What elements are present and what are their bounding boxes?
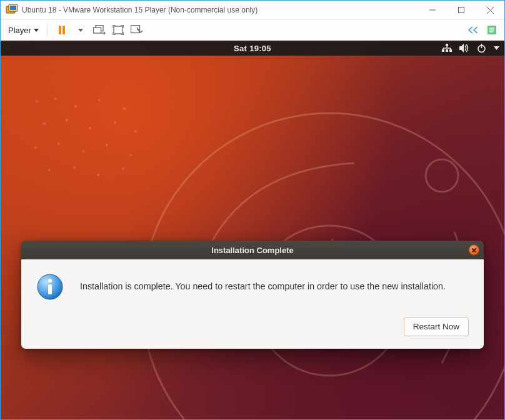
fullscreen-icon	[112, 25, 124, 35]
svg-rect-12	[93, 28, 101, 33]
svg-point-28	[114, 121, 116, 124]
unity-mode-button[interactable]	[128, 21, 146, 39]
svg-point-22	[74, 105, 77, 108]
svg-marker-62	[459, 44, 464, 52]
svg-rect-55	[442, 49, 444, 52]
svg-point-31	[58, 142, 60, 145]
svg-point-53	[426, 159, 458, 192]
toolbar-separator	[48, 23, 48, 37]
shrink-icon	[468, 27, 478, 33]
svg-point-20	[36, 100, 38, 102]
svg-point-67	[48, 279, 52, 282]
pause-vm-button[interactable]	[53, 21, 71, 39]
svg-point-35	[48, 169, 51, 171]
chevron-down-icon	[78, 29, 83, 32]
svg-rect-2	[10, 6, 16, 10]
svg-rect-4	[459, 8, 464, 13]
power-menu-button[interactable]	[72, 21, 89, 39]
player-menu[interactable]: Player	[4, 23, 42, 38]
host-toolbar: Player	[1, 19, 504, 41]
send-ctrl-alt-del-button[interactable]	[91, 21, 108, 39]
svg-point-30	[34, 146, 37, 149]
svg-point-26	[66, 119, 68, 121]
svg-marker-65	[494, 46, 499, 50]
unity-icon	[131, 25, 143, 35]
host-titlebar: Ubuntu 18 - VMware Workstation 15 Player…	[1, 1, 504, 19]
vmware-host-window: Ubuntu 18 - VMware Workstation 15 Player…	[0, 0, 505, 420]
svg-rect-9	[62, 26, 65, 34]
restart-now-button[interactable]: Restart Now	[404, 317, 469, 336]
volume-icon	[459, 44, 469, 52]
status-indicators[interactable]	[442, 41, 499, 56]
ubuntu-desktop: Sat 19:05	[1, 41, 504, 419]
svg-point-32	[82, 150, 84, 152]
svg-rect-57	[449, 49, 452, 52]
send-keys-icon	[93, 25, 106, 35]
power-icon	[477, 44, 486, 53]
chevron-down-icon	[34, 29, 39, 32]
svg-rect-8	[59, 26, 61, 34]
network-icon	[442, 44, 452, 52]
host-minimize-button[interactable]	[418, 1, 447, 19]
pause-icon	[57, 25, 67, 35]
svg-marker-7	[34, 29, 39, 32]
svg-rect-14	[114, 26, 122, 34]
svg-point-21	[54, 98, 57, 100]
host-window-title: Ubuntu 18 - VMware Workstation 15 Player…	[22, 6, 258, 14]
svg-point-23	[98, 99, 101, 101]
guest-viewport: Sat 19:05	[1, 41, 504, 419]
notes-icon	[487, 25, 497, 35]
svg-rect-54	[446, 44, 448, 46]
clock[interactable]: Sat 19:05	[234, 44, 271, 53]
vmware-app-icon	[6, 4, 18, 16]
dialog-titlebar[interactable]: Installation Complete	[21, 241, 484, 259]
svg-point-24	[123, 108, 126, 110]
svg-point-33	[106, 144, 108, 146]
chevron-down-icon	[494, 46, 499, 50]
svg-point-27	[89, 127, 91, 129]
dialog-close-button[interactable]	[469, 245, 479, 256]
gnome-topbar: Sat 19:05	[1, 41, 504, 56]
dialog-title: Installation Complete	[211, 246, 293, 255]
notes-button[interactable]	[483, 21, 501, 39]
svg-rect-68	[48, 284, 52, 294]
wallpaper-pattern	[31, 94, 143, 188]
info-icon	[36, 273, 64, 301]
fullscreen-button[interactable]	[109, 21, 127, 39]
svg-point-38	[122, 168, 124, 170]
svg-point-36	[73, 166, 76, 169]
svg-rect-56	[446, 49, 448, 52]
dialog-body: Installation is complete. You need to re…	[21, 259, 484, 349]
svg-point-37	[97, 174, 99, 176]
dialog-message: Installation is complete. You need to re…	[80, 281, 446, 292]
installation-complete-dialog: Installation Complete	[21, 241, 484, 349]
shrink-button[interactable]	[464, 21, 482, 39]
host-maximize-button[interactable]	[447, 1, 476, 19]
svg-point-25	[43, 122, 46, 125]
host-close-button[interactable]	[476, 1, 504, 19]
player-menu-label: Player	[8, 26, 31, 35]
svg-marker-10	[78, 29, 83, 32]
